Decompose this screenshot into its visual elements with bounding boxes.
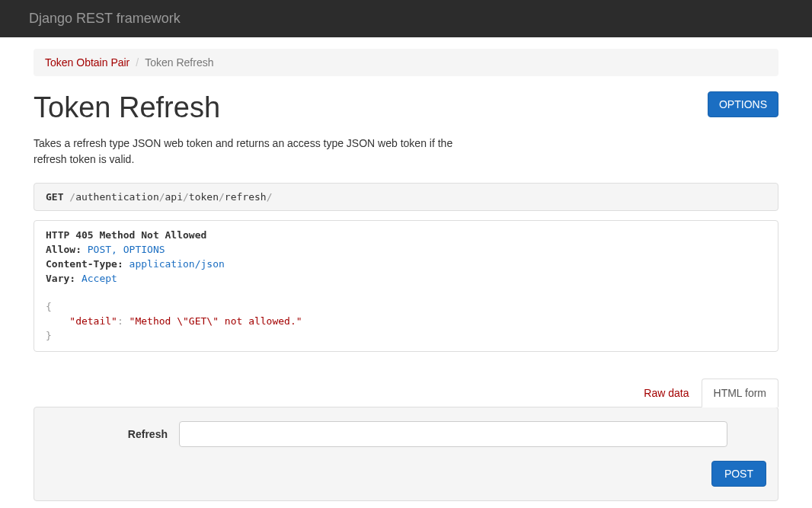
json-key-detail: "detail" — [69, 315, 117, 327]
breadcrumb-separator: / — [136, 56, 139, 69]
request-method: GET — [46, 191, 63, 203]
refresh-input[interactable] — [179, 421, 727, 447]
navbar-brand[interactable]: Django REST framework — [29, 11, 181, 26]
post-button[interactable]: POST — [711, 461, 766, 487]
json-open-brace: { — [46, 301, 52, 312]
form-tabs: Raw data HTML form — [34, 379, 778, 407]
tab-raw-data[interactable]: Raw data — [631, 379, 701, 407]
page-description: Takes a refresh type JSON web token and … — [34, 136, 460, 168]
header-vary-val: Accept — [82, 273, 117, 284]
breadcrumb-root-link[interactable]: Token Obtain Pair — [45, 56, 129, 69]
json-close-brace: } — [46, 330, 52, 341]
request-line: GET /authentication/api/token/refresh/ — [34, 183, 778, 211]
html-form: Refresh POST — [34, 407, 778, 501]
tab-html-form[interactable]: HTML form — [702, 379, 778, 407]
header-allow-key: Allow: — [46, 244, 82, 255]
json-val-detail: "Method \"GET\" not allowed." — [129, 315, 302, 327]
response-box: HTTP 405 Method Not Allowed Allow: POST,… — [34, 220, 778, 352]
header-allow-val: POST, OPTIONS — [88, 244, 165, 255]
header-ctype-key: Content-Type: — [46, 258, 123, 270]
response-status: HTTP 405 Method Not Allowed — [46, 229, 206, 241]
refresh-label: Refresh — [46, 428, 168, 440]
breadcrumb: Token Obtain Pair / Token Refresh — [34, 49, 778, 76]
navbar: Django REST framework — [0, 0, 812, 37]
breadcrumb-current: Token Refresh — [145, 56, 213, 69]
header-ctype-val: application/json — [129, 258, 225, 270]
options-button[interactable]: OPTIONS — [708, 91, 778, 117]
header-vary-key: Vary: — [46, 273, 75, 284]
page-title: Token Refresh — [34, 91, 220, 124]
